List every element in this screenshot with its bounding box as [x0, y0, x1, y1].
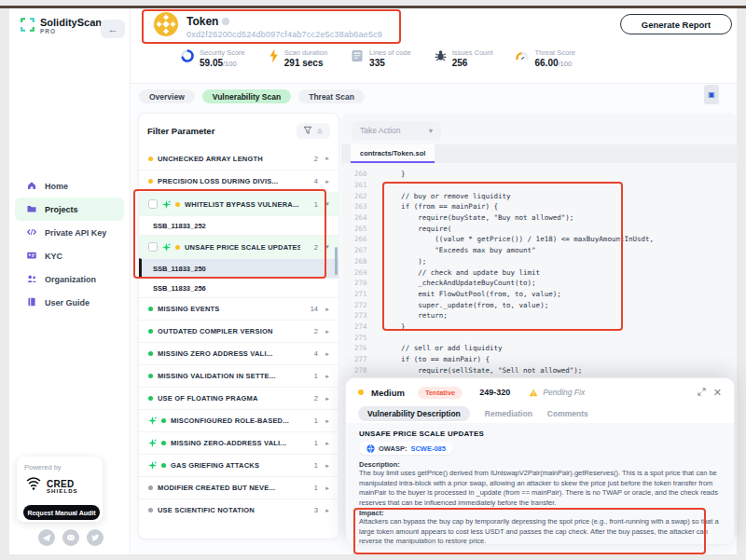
- collapse-sidebar-button[interactable]: ←: [101, 20, 125, 38]
- tab-overview[interactable]: Overview: [139, 89, 195, 103]
- checkbox[interactable]: [148, 199, 158, 209]
- detail-tab-remediation[interactable]: Remediation: [485, 409, 532, 418]
- project-title: Token: [186, 15, 218, 28]
- line-number: 277: [341, 355, 367, 363]
- code-line: 273 return;: [341, 310, 737, 321]
- funnel-icon: [303, 126, 312, 135]
- sidebar-item-organization[interactable]: Organization: [15, 267, 124, 291]
- finding-id[interactable]: SSB_11833_250: [139, 258, 338, 278]
- sidebar-item-home[interactable]: Home: [15, 174, 124, 198]
- filter-item[interactable]: OUTDATED COMPILER VERSION2▸: [139, 320, 338, 342]
- discord-icon[interactable]: [62, 529, 79, 546]
- impact-label: Impact:: [359, 509, 721, 517]
- finding-id[interactable]: SSB_11833_252: [139, 215, 338, 235]
- capture-widget-icon[interactable]: ▣: [704, 85, 719, 104]
- generate-report-button[interactable]: Generate Report: [620, 14, 732, 34]
- vulnerability-name: MISSING ZERO ADDRESS VALI...: [158, 349, 300, 358]
- filter-scrollbar[interactable]: [335, 247, 338, 275]
- line-number: 262: [341, 192, 367, 200]
- filter-item[interactable]: MISCONFIGURED ROLE-BASED...1▸: [139, 409, 338, 431]
- chevron-right-icon[interactable]: ▸: [323, 485, 332, 492]
- file-tabstrip: contracts/Token.sol: [341, 144, 737, 163]
- contract-address[interactable]: 0xd2f26200cd524db097cf4ab7cc2e5c38ab6ae5…: [186, 30, 382, 39]
- donut-progress-icon: [180, 48, 195, 67]
- severity-dot: [161, 418, 166, 423]
- sidebar-item-user-guide[interactable]: User Guide: [15, 291, 124, 314]
- chevron-right-icon[interactable]: ▸: [323, 507, 332, 514]
- filter-item[interactable]: MISSING VALIDATION IN SETTE...1▸: [139, 364, 338, 387]
- tab-vulnerability-scan[interactable]: Vulnerability Scan: [202, 89, 291, 103]
- chevron-right-icon[interactable]: ▸: [323, 178, 332, 185]
- finding-count: 1: [305, 439, 318, 447]
- line-number: 264: [341, 213, 367, 222]
- chevron-right-icon[interactable]: ▸: [323, 328, 332, 335]
- line-number: 270: [341, 279, 367, 287]
- code-line: 266 ((value * getPrice()) / 1e18) <= max…: [341, 234, 737, 245]
- chevron-right-icon[interactable]: ▸: [323, 417, 332, 425]
- filter-item[interactable]: MISSING ZERO-ADDRESS VALI...1▸: [139, 431, 338, 454]
- line-number: 276: [341, 344, 367, 352]
- severity-dot: [148, 396, 153, 401]
- twitter-icon[interactable]: [87, 529, 104, 546]
- severity-dot: [148, 351, 153, 356]
- code-line: 270 _checkAndUpdateBuyCount(to);: [341, 278, 737, 289]
- tab-threat-scan[interactable]: Threat Scan: [298, 89, 365, 103]
- filter-item[interactable]: WHITELIST BYPASS VULNERA...1▾: [139, 192, 338, 215]
- chevron-right-icon[interactable]: ▸: [323, 350, 332, 358]
- chevron-right-icon[interactable]: ▸: [323, 155, 332, 162]
- filter-item[interactable]: MODIFIER CREATED BUT NEVE...1▸: [139, 476, 338, 499]
- vulnerability-name: UNCHECKED ARRAY LENGTH: [158, 155, 300, 163]
- telegram-icon[interactable]: [38, 529, 55, 546]
- finding-count: 4: [305, 349, 318, 358]
- status-badge: Tentative: [418, 387, 463, 399]
- finding-count: 2: [305, 394, 318, 403]
- sidebar-item-kyc[interactable]: KYC: [15, 244, 124, 267]
- filter-item[interactable]: MISSING EVENTS14▸: [139, 297, 338, 320]
- chevron-down-icon[interactable]: ▾: [323, 200, 332, 208]
- line-number: 275: [341, 334, 367, 342]
- chevron-right-icon[interactable]: ▸: [323, 462, 332, 470]
- filter-item[interactable]: UNSAFE PRICE SCALE UPDATES2▾: [139, 235, 338, 258]
- vulnerability-name: USE OF FLOATING PRAGMA: [158, 394, 300, 403]
- chevron-right-icon[interactable]: ▸: [323, 306, 332, 313]
- info-icon[interactable]: [222, 18, 229, 25]
- vulnerability-name: USE SCIENTIFIC NOTATION: [158, 506, 300, 514]
- take-action-dropdown[interactable]: Take Action▾: [352, 121, 441, 140]
- filter-item[interactable]: USE OF FLOATING PRAGMA2▸: [139, 387, 338, 409]
- code-line: 261: [341, 180, 737, 191]
- file-tab[interactable]: contracts/Token.sol: [351, 144, 435, 163]
- code-line: 263 if (from == mainPair) {: [341, 201, 737, 212]
- detail-tab-comments[interactable]: Comments: [547, 409, 588, 418]
- checkbox[interactable]: [148, 242, 158, 252]
- code-line: 278 require(sellState, "Sell not allowed…: [341, 364, 737, 376]
- chevron-right-icon[interactable]: ▸: [323, 395, 332, 403]
- finding-id[interactable]: SSB_11833_256: [139, 278, 338, 297]
- description-label: Description:: [359, 460, 721, 469]
- header-divider: [131, 83, 737, 84]
- document-icon: [350, 48, 365, 67]
- expand-panel-icon[interactable]: [698, 388, 706, 398]
- close-panel-icon[interactable]: ✕: [713, 387, 722, 399]
- request-manual-audit-button[interactable]: Request Manual Audit: [23, 505, 100, 520]
- sidebar-item-projects[interactable]: Projects: [15, 198, 124, 221]
- chevron-right-icon[interactable]: ▸: [323, 373, 332, 380]
- sidebar-item-private-api-key[interactable]: Private API Key: [15, 221, 124, 244]
- chevron-down-icon[interactable]: ▾: [323, 243, 332, 251]
- line-number: 261: [341, 181, 367, 189]
- finding-detail-panel: Medium Tentative 249-320 Pending Fix ✕ V…: [345, 377, 735, 545]
- filter-item[interactable]: MISSING ZERO ADDRESS VALI...4▸: [139, 342, 338, 364]
- owasp-badge[interactable]: OWASP: SCWE-085: [359, 442, 453, 455]
- vulnerability-name: PRECISION LOSS DURING DIVIS...: [158, 177, 300, 185]
- filter-tools[interactable]: [297, 123, 330, 139]
- owasp-id-link[interactable]: SCWE-085: [410, 444, 446, 453]
- description-text: The buy limit uses getPrice() derived fr…: [359, 469, 721, 508]
- finding-count: 3: [305, 506, 318, 514]
- filter-item[interactable]: USE SCIENTIFIC NOTATION3▸: [139, 499, 338, 521]
- filter-item[interactable]: PRECISION LOSS DURING DIVIS...4▸: [139, 170, 338, 192]
- filter-item[interactable]: GAS GRIEFING ATTACKS1▸: [139, 454, 338, 476]
- detail-tab-vulnerability-description[interactable]: Vulnerability Description: [358, 406, 470, 421]
- finding-count: 1: [305, 484, 318, 492]
- filter-item[interactable]: UNCHECKED ARRAY LENGTH2▸: [139, 147, 338, 170]
- vulnerability-filter-list: UNCHECKED ARRAY LENGTH2▸PRECISION LOSS D…: [139, 147, 338, 521]
- chevron-right-icon[interactable]: ▸: [323, 440, 332, 447]
